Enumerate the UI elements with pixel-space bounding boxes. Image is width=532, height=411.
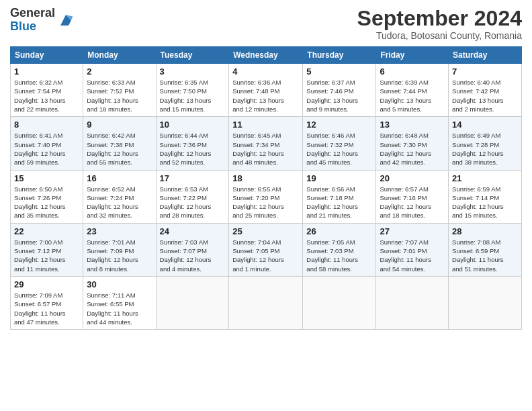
calendar-day-header: Monday xyxy=(83,47,156,64)
day-info: Sunrise: 7:03 AM Sunset: 7:07 PM Dayligh… xyxy=(160,238,226,273)
calendar-cell: 24Sunrise: 7:03 AM Sunset: 7:07 PM Dayli… xyxy=(156,223,229,276)
day-number: 30 xyxy=(87,279,152,289)
calendar-cell: 26Sunrise: 7:05 AM Sunset: 7:03 PM Dayli… xyxy=(303,223,376,276)
calendar-cell: 29Sunrise: 7:09 AM Sunset: 6:57 PM Dayli… xyxy=(11,276,83,329)
calendar-cell: 10Sunrise: 6:44 AM Sunset: 7:36 PM Dayli… xyxy=(156,117,229,170)
day-number: 27 xyxy=(380,226,445,236)
day-info: Sunrise: 6:50 AM Sunset: 7:26 PM Dayligh… xyxy=(14,185,79,220)
day-number: 26 xyxy=(306,226,372,236)
page-container: General Blue September 2024 Tudora, Boto… xyxy=(0,0,532,333)
calendar-cell: 25Sunrise: 7:04 AM Sunset: 7:05 PM Dayli… xyxy=(229,223,303,276)
calendar-cell xyxy=(229,276,303,329)
calendar-cell: 20Sunrise: 6:57 AM Sunset: 7:16 PM Dayli… xyxy=(376,170,449,223)
day-number: 29 xyxy=(14,279,79,289)
calendar-table: SundayMondayTuesdayWednesdayThursdayFrid… xyxy=(10,46,522,330)
day-info: Sunrise: 6:57 AM Sunset: 7:16 PM Dayligh… xyxy=(380,185,445,220)
calendar-cell: 22Sunrise: 7:00 AM Sunset: 7:12 PM Dayli… xyxy=(11,223,83,276)
day-number: 7 xyxy=(452,66,518,77)
day-info: Sunrise: 6:42 AM Sunset: 7:38 PM Dayligh… xyxy=(87,131,152,167)
day-info: Sunrise: 7:04 AM Sunset: 7:05 PM Dayligh… xyxy=(232,238,299,273)
day-info: Sunrise: 7:05 AM Sunset: 7:03 PM Dayligh… xyxy=(306,238,372,273)
calendar-cell: 19Sunrise: 6:56 AM Sunset: 7:18 PM Dayli… xyxy=(303,170,376,223)
calendar-cell: 14Sunrise: 6:49 AM Sunset: 7:28 PM Dayli… xyxy=(449,117,522,170)
calendar-cell: 23Sunrise: 7:01 AM Sunset: 7:09 PM Dayli… xyxy=(83,223,156,276)
header: General Blue September 2024 Tudora, Boto… xyxy=(10,7,522,41)
day-info: Sunrise: 6:32 AM Sunset: 7:54 PM Dayligh… xyxy=(14,78,79,113)
day-number: 16 xyxy=(87,173,152,183)
day-info: Sunrise: 6:59 AM Sunset: 7:14 PM Dayligh… xyxy=(452,185,518,220)
day-info: Sunrise: 6:55 AM Sunset: 7:20 PM Dayligh… xyxy=(232,185,299,220)
calendar-cell: 9Sunrise: 6:42 AM Sunset: 7:38 PM Daylig… xyxy=(83,117,156,170)
day-info: Sunrise: 7:09 AM Sunset: 6:57 PM Dayligh… xyxy=(14,291,79,326)
calendar-cell: 30Sunrise: 7:11 AM Sunset: 6:55 PM Dayli… xyxy=(83,276,156,329)
day-number: 21 xyxy=(452,173,518,183)
day-number: 4 xyxy=(232,66,299,77)
calendar-cell: 6Sunrise: 6:39 AM Sunset: 7:44 PM Daylig… xyxy=(376,64,449,117)
day-info: Sunrise: 6:35 AM Sunset: 7:50 PM Dayligh… xyxy=(160,78,226,113)
day-info: Sunrise: 7:00 AM Sunset: 7:12 PM Dayligh… xyxy=(14,238,79,273)
day-number: 15 xyxy=(14,173,79,183)
calendar-cell: 21Sunrise: 6:59 AM Sunset: 7:14 PM Dayli… xyxy=(449,170,522,223)
calendar-cell: 4Sunrise: 6:36 AM Sunset: 7:48 PM Daylig… xyxy=(229,64,303,117)
calendar-cell: 13Sunrise: 6:48 AM Sunset: 7:30 PM Dayli… xyxy=(376,117,449,170)
logo: General Blue xyxy=(10,7,74,34)
calendar-week-row: 8Sunrise: 6:41 AM Sunset: 7:40 PM Daylig… xyxy=(11,117,522,170)
day-number: 22 xyxy=(14,226,79,236)
calendar-cell xyxy=(449,276,522,329)
day-info: Sunrise: 6:53 AM Sunset: 7:22 PM Dayligh… xyxy=(160,185,226,220)
logo-general: General xyxy=(10,6,55,19)
day-number: 28 xyxy=(452,226,518,236)
day-number: 8 xyxy=(14,120,79,130)
calendar-cell: 11Sunrise: 6:45 AM Sunset: 7:34 PM Dayli… xyxy=(229,117,303,170)
calendar-cell: 15Sunrise: 6:50 AM Sunset: 7:26 PM Dayli… xyxy=(11,170,83,223)
day-number: 5 xyxy=(306,66,372,77)
day-info: Sunrise: 6:49 AM Sunset: 7:28 PM Dayligh… xyxy=(452,131,518,167)
calendar-cell: 8Sunrise: 6:41 AM Sunset: 7:40 PM Daylig… xyxy=(11,117,83,170)
logo-blue: Blue xyxy=(10,19,36,33)
day-info: Sunrise: 6:44 AM Sunset: 7:36 PM Dayligh… xyxy=(160,131,226,167)
calendar-day-header: Sunday xyxy=(11,47,83,64)
calendar-day-header: Wednesday xyxy=(229,47,303,64)
calendar-cell: 7Sunrise: 6:40 AM Sunset: 7:42 PM Daylig… xyxy=(449,64,522,117)
day-info: Sunrise: 6:52 AM Sunset: 7:24 PM Dayligh… xyxy=(87,185,152,220)
calendar-cell: 5Sunrise: 6:37 AM Sunset: 7:46 PM Daylig… xyxy=(303,64,376,117)
day-info: Sunrise: 6:56 AM Sunset: 7:18 PM Dayligh… xyxy=(306,185,372,220)
day-info: Sunrise: 7:07 AM Sunset: 7:01 PM Dayligh… xyxy=(380,238,445,273)
day-info: Sunrise: 6:48 AM Sunset: 7:30 PM Dayligh… xyxy=(380,131,445,167)
calendar-header-row: SundayMondayTuesdayWednesdayThursdayFrid… xyxy=(11,47,522,64)
calendar-week-row: 29Sunrise: 7:09 AM Sunset: 6:57 PM Dayli… xyxy=(11,276,522,329)
day-number: 12 xyxy=(306,120,372,130)
calendar-day-header: Thursday xyxy=(303,47,376,64)
location: Tudora, Botosani County, Romania xyxy=(357,30,522,41)
calendar-cell: 27Sunrise: 7:07 AM Sunset: 7:01 PM Dayli… xyxy=(376,223,449,276)
day-number: 25 xyxy=(232,226,299,236)
calendar-cell xyxy=(156,276,229,329)
calendar-day-header: Friday xyxy=(376,47,449,64)
day-info: Sunrise: 6:46 AM Sunset: 7:32 PM Dayligh… xyxy=(306,131,372,167)
day-number: 14 xyxy=(452,120,518,130)
calendar-cell: 3Sunrise: 6:35 AM Sunset: 7:50 PM Daylig… xyxy=(156,64,229,117)
day-info: Sunrise: 7:01 AM Sunset: 7:09 PM Dayligh… xyxy=(87,238,152,273)
day-number: 11 xyxy=(232,120,299,130)
day-number: 18 xyxy=(232,173,299,183)
day-number: 10 xyxy=(160,120,226,130)
day-info: Sunrise: 6:36 AM Sunset: 7:48 PM Dayligh… xyxy=(232,78,299,113)
day-info: Sunrise: 6:39 AM Sunset: 7:44 PM Dayligh… xyxy=(380,78,445,113)
calendar-week-row: 15Sunrise: 6:50 AM Sunset: 7:26 PM Dayli… xyxy=(11,170,522,223)
day-number: 24 xyxy=(160,226,226,236)
calendar-cell: 28Sunrise: 7:08 AM Sunset: 6:59 PM Dayli… xyxy=(449,223,522,276)
day-number: 13 xyxy=(380,120,445,130)
day-number: 6 xyxy=(380,66,445,77)
day-number: 23 xyxy=(87,226,152,236)
day-number: 19 xyxy=(306,173,372,183)
day-info: Sunrise: 6:45 AM Sunset: 7:34 PM Dayligh… xyxy=(232,131,299,167)
calendar-day-header: Saturday xyxy=(449,47,522,64)
calendar-week-row: 22Sunrise: 7:00 AM Sunset: 7:12 PM Dayli… xyxy=(11,223,522,276)
logo-text: General Blue xyxy=(10,7,55,34)
calendar-cell: 1Sunrise: 6:32 AM Sunset: 7:54 PM Daylig… xyxy=(11,64,83,117)
calendar-cell: 17Sunrise: 6:53 AM Sunset: 7:22 PM Dayli… xyxy=(156,170,229,223)
calendar-cell: 12Sunrise: 6:46 AM Sunset: 7:32 PM Dayli… xyxy=(303,117,376,170)
day-number: 2 xyxy=(87,66,152,77)
day-number: 1 xyxy=(14,66,79,77)
calendar-day-header: Tuesday xyxy=(156,47,229,64)
